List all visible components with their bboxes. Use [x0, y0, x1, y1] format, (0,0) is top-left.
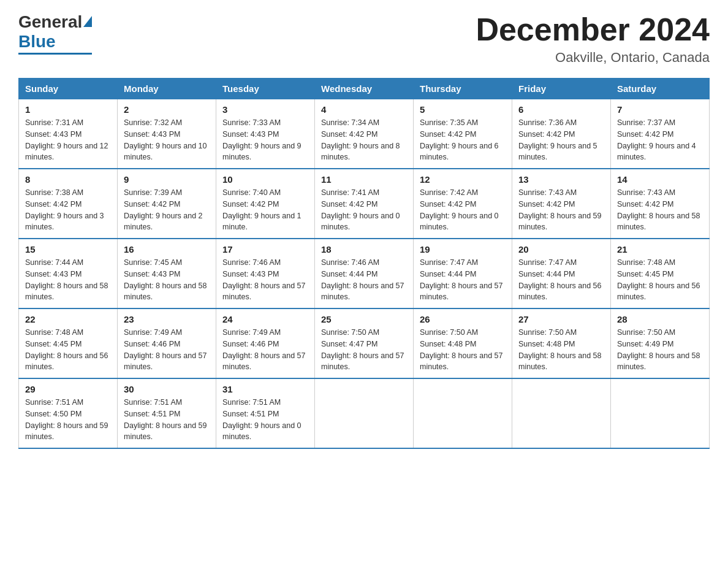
day-info: Sunrise: 7:31 AM Sunset: 4:43 PM Dayligh… [25, 117, 111, 163]
day-cell: 3 Sunrise: 7:33 AM Sunset: 4:43 PM Dayli… [216, 99, 315, 169]
calendar-header: SundayMondayTuesdayWednesdayThursdayFrid… [19, 79, 710, 99]
day-cell: 1 Sunrise: 7:31 AM Sunset: 4:43 PM Dayli… [19, 99, 118, 169]
day-number: 25 [321, 314, 407, 324]
day-info: Sunrise: 7:50 AM Sunset: 4:48 PM Dayligh… [518, 327, 604, 373]
day-info: Sunrise: 7:45 AM Sunset: 4:43 PM Dayligh… [124, 257, 210, 303]
day-number: 16 [124, 244, 210, 255]
day-cell: 9 Sunrise: 7:39 AM Sunset: 4:42 PM Dayli… [118, 169, 216, 239]
logo-underline [18, 53, 92, 55]
day-cell: 26 Sunrise: 7:50 AM Sunset: 4:48 PM Dayl… [414, 308, 512, 378]
day-number: 2 [124, 104, 210, 115]
day-number: 4 [321, 104, 407, 115]
day-number: 23 [124, 314, 210, 324]
day-number: 13 [518, 174, 604, 185]
day-info: Sunrise: 7:37 AM Sunset: 4:42 PM Dayligh… [617, 117, 703, 163]
day-number: 5 [420, 104, 506, 115]
day-cell: 16 Sunrise: 7:45 AM Sunset: 4:43 PM Dayl… [118, 239, 216, 308]
logo-triangle-icon [83, 16, 92, 27]
week-row-4: 22 Sunrise: 7:48 AM Sunset: 4:45 PM Dayl… [19, 308, 710, 378]
week-row-5: 29 Sunrise: 7:51 AM Sunset: 4:50 PM Dayl… [19, 378, 710, 448]
day-number: 28 [617, 314, 703, 324]
day-info: Sunrise: 7:43 AM Sunset: 4:42 PM Dayligh… [518, 187, 604, 233]
day-number: 21 [617, 244, 703, 255]
day-cell: 4 Sunrise: 7:34 AM Sunset: 4:42 PM Dayli… [315, 99, 414, 169]
calendar-body: 1 Sunrise: 7:31 AM Sunset: 4:43 PM Dayli… [19, 99, 710, 449]
week-row-3: 15 Sunrise: 7:44 AM Sunset: 4:43 PM Dayl… [19, 239, 710, 308]
day-number: 24 [222, 314, 308, 324]
day-cell [315, 378, 414, 448]
day-cell: 12 Sunrise: 7:42 AM Sunset: 4:42 PM Dayl… [414, 169, 512, 239]
day-number: 18 [321, 244, 407, 255]
day-info: Sunrise: 7:35 AM Sunset: 4:42 PM Dayligh… [420, 117, 506, 163]
day-cell: 13 Sunrise: 7:43 AM Sunset: 4:42 PM Dayl… [512, 169, 611, 239]
header-cell-wednesday: Wednesday [315, 79, 414, 99]
title-section: December 2024 Oakville, Ontario, Canada [476, 12, 710, 66]
day-number: 20 [518, 244, 604, 255]
day-info: Sunrise: 7:44 AM Sunset: 4:43 PM Dayligh… [25, 257, 111, 303]
week-row-1: 1 Sunrise: 7:31 AM Sunset: 4:43 PM Dayli… [19, 99, 710, 169]
day-cell: 27 Sunrise: 7:50 AM Sunset: 4:48 PM Dayl… [512, 308, 611, 378]
day-info: Sunrise: 7:50 AM Sunset: 4:49 PM Dayligh… [617, 327, 703, 373]
day-cell: 21 Sunrise: 7:48 AM Sunset: 4:45 PM Dayl… [611, 239, 710, 308]
day-cell: 15 Sunrise: 7:44 AM Sunset: 4:43 PM Dayl… [19, 239, 118, 308]
day-cell: 19 Sunrise: 7:47 AM Sunset: 4:44 PM Dayl… [414, 239, 512, 308]
day-cell: 10 Sunrise: 7:40 AM Sunset: 4:42 PM Dayl… [216, 169, 315, 239]
day-info: Sunrise: 7:51 AM Sunset: 4:51 PM Dayligh… [222, 397, 308, 443]
day-info: Sunrise: 7:46 AM Sunset: 4:44 PM Dayligh… [321, 257, 407, 303]
day-number: 9 [124, 174, 210, 185]
day-number: 7 [617, 104, 703, 115]
header-cell-tuesday: Tuesday [216, 79, 315, 99]
day-number: 3 [222, 104, 308, 115]
day-cell: 7 Sunrise: 7:37 AM Sunset: 4:42 PM Dayli… [611, 99, 710, 169]
calendar-table: SundayMondayTuesdayWednesdayThursdayFrid… [18, 78, 710, 449]
day-info: Sunrise: 7:32 AM Sunset: 4:43 PM Dayligh… [124, 117, 210, 163]
day-number: 12 [420, 174, 506, 185]
logo-general-text: General [18, 12, 82, 32]
day-cell: 23 Sunrise: 7:49 AM Sunset: 4:46 PM Dayl… [118, 308, 216, 378]
day-info: Sunrise: 7:51 AM Sunset: 4:51 PM Dayligh… [124, 397, 210, 443]
day-number: 19 [420, 244, 506, 255]
day-info: Sunrise: 7:51 AM Sunset: 4:50 PM Dayligh… [25, 397, 111, 443]
day-cell [611, 378, 710, 448]
day-cell: 25 Sunrise: 7:50 AM Sunset: 4:47 PM Dayl… [315, 308, 414, 378]
header-cell-saturday: Saturday [611, 79, 710, 99]
day-cell [414, 378, 512, 448]
day-info: Sunrise: 7:48 AM Sunset: 4:45 PM Dayligh… [25, 327, 111, 373]
day-cell: 20 Sunrise: 7:47 AM Sunset: 4:44 PM Dayl… [512, 239, 611, 308]
day-cell: 5 Sunrise: 7:35 AM Sunset: 4:42 PM Dayli… [414, 99, 512, 169]
day-info: Sunrise: 7:43 AM Sunset: 4:42 PM Dayligh… [617, 187, 703, 233]
day-info: Sunrise: 7:48 AM Sunset: 4:45 PM Dayligh… [617, 257, 703, 303]
day-cell: 17 Sunrise: 7:46 AM Sunset: 4:43 PM Dayl… [216, 239, 315, 308]
day-number: 1 [25, 104, 111, 115]
day-info: Sunrise: 7:42 AM Sunset: 4:42 PM Dayligh… [420, 187, 506, 233]
day-info: Sunrise: 7:50 AM Sunset: 4:48 PM Dayligh… [420, 327, 506, 373]
day-cell: 31 Sunrise: 7:51 AM Sunset: 4:51 PM Dayl… [216, 378, 315, 448]
location-subtitle: Oakville, Ontario, Canada [476, 50, 710, 66]
day-info: Sunrise: 7:50 AM Sunset: 4:47 PM Dayligh… [321, 327, 407, 373]
day-info: Sunrise: 7:41 AM Sunset: 4:42 PM Dayligh… [321, 187, 407, 233]
header-row: SundayMondayTuesdayWednesdayThursdayFrid… [19, 79, 710, 99]
day-number: 10 [222, 174, 308, 185]
header-cell-sunday: Sunday [19, 79, 118, 99]
day-number: 31 [222, 384, 308, 394]
day-number: 8 [25, 174, 111, 185]
day-cell [512, 378, 611, 448]
day-number: 27 [518, 314, 604, 324]
day-info: Sunrise: 7:49 AM Sunset: 4:46 PM Dayligh… [124, 327, 210, 373]
day-cell: 24 Sunrise: 7:49 AM Sunset: 4:46 PM Dayl… [216, 308, 315, 378]
logo-blue-text: Blue [18, 32, 56, 52]
page-header: General Blue December 2024 Oakville, Ont… [18, 12, 710, 66]
day-cell: 8 Sunrise: 7:38 AM Sunset: 4:42 PM Dayli… [19, 169, 118, 239]
day-number: 14 [617, 174, 703, 185]
day-info: Sunrise: 7:36 AM Sunset: 4:42 PM Dayligh… [518, 117, 604, 163]
day-number: 11 [321, 174, 407, 185]
day-cell: 18 Sunrise: 7:46 AM Sunset: 4:44 PM Dayl… [315, 239, 414, 308]
week-row-2: 8 Sunrise: 7:38 AM Sunset: 4:42 PM Dayli… [19, 169, 710, 239]
day-info: Sunrise: 7:47 AM Sunset: 4:44 PM Dayligh… [518, 257, 604, 303]
day-number: 6 [518, 104, 604, 115]
day-info: Sunrise: 7:34 AM Sunset: 4:42 PM Dayligh… [321, 117, 407, 163]
logo: General Blue [18, 12, 92, 55]
day-number: 15 [25, 244, 111, 255]
day-info: Sunrise: 7:40 AM Sunset: 4:42 PM Dayligh… [222, 187, 308, 233]
day-cell: 28 Sunrise: 7:50 AM Sunset: 4:49 PM Dayl… [611, 308, 710, 378]
